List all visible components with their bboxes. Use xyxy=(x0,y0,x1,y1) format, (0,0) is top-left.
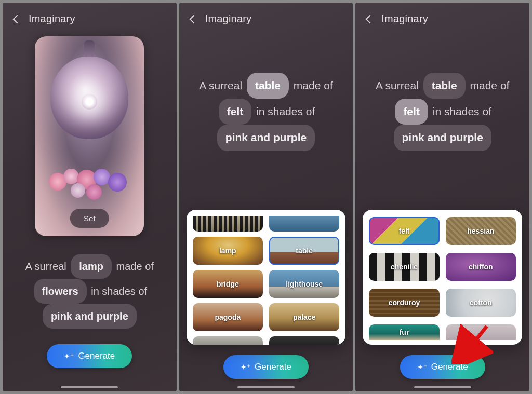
page-title: Imaginary xyxy=(205,13,252,25)
preview-art-flowers xyxy=(43,143,136,200)
preview-art-orb xyxy=(50,56,128,139)
generate-button[interactable]: ✦⁺ Generate xyxy=(223,355,309,379)
sparkle-icon: ✦⁺ xyxy=(417,363,427,371)
prompt-word: A surreal xyxy=(199,79,245,91)
home-indicator[interactable] xyxy=(414,386,471,388)
prompt-word: made of xyxy=(470,79,510,91)
generate-label: Generate xyxy=(78,351,115,361)
back-icon[interactable] xyxy=(13,15,22,23)
generate-button[interactable]: ✦⁺ Generate xyxy=(400,355,485,379)
page-title: Imaginary xyxy=(381,13,428,25)
chip-object[interactable]: table xyxy=(247,73,289,99)
material-picker-tray[interactable]: felt hessian chenille chiffon corduroy c… xyxy=(363,210,522,345)
option-tile-fur[interactable]: fur xyxy=(369,324,439,340)
prompt-text: A surreal lamp made of flowers in shades… xyxy=(12,254,167,329)
prompt-word: made of xyxy=(294,79,333,91)
chip-material[interactable]: felt xyxy=(395,99,428,125)
option-tile-lamp[interactable]: lamp xyxy=(193,237,263,265)
option-tile[interactable] xyxy=(446,324,516,340)
option-tile-chiffon[interactable]: chiffon xyxy=(446,253,516,281)
header: Imaginary xyxy=(12,13,167,25)
header: Imaginary xyxy=(189,13,344,25)
prompt-text: A surreal table made of felt in shades o… xyxy=(189,73,344,151)
object-picker-tray[interactable]: lamp table bridge lighthouse pagoda pala… xyxy=(187,210,346,345)
chip-material[interactable]: felt xyxy=(219,99,252,125)
sparkle-icon: ✦⁺ xyxy=(241,363,250,371)
back-icon[interactable] xyxy=(189,15,198,23)
chip-object[interactable]: table xyxy=(423,73,466,99)
prompt-word: A surreal xyxy=(376,79,422,91)
header: Imaginary xyxy=(365,13,520,25)
generate-button[interactable]: ✦⁺ Generate xyxy=(47,344,132,368)
set-button[interactable]: Set xyxy=(70,209,109,228)
back-icon[interactable] xyxy=(366,15,375,23)
option-tile[interactable] xyxy=(269,336,339,345)
chip-palette[interactable]: pink and purple xyxy=(394,125,491,151)
option-tile-palace[interactable]: palace xyxy=(269,303,339,331)
option-tile-cotton[interactable]: cotton xyxy=(446,289,516,317)
prompt-word: in shades of xyxy=(91,286,147,297)
page-title: Imaginary xyxy=(29,13,75,25)
chip-palette[interactable]: pink and purple xyxy=(43,304,137,329)
option-tile-hessian[interactable]: hessian xyxy=(446,217,516,245)
generate-label: Generate xyxy=(431,362,468,372)
chip-object[interactable]: lamp xyxy=(71,254,112,279)
chip-material[interactable]: flowers xyxy=(34,279,87,304)
option-tile[interactable] xyxy=(193,336,263,345)
prompt-word: in shades of xyxy=(256,105,315,117)
option-tile-lighthouse[interactable]: lighthouse xyxy=(269,270,339,298)
prompt-word: A surreal xyxy=(25,261,69,272)
prompt-word: in shades of xyxy=(433,105,491,117)
option-tile-felt[interactable]: felt xyxy=(369,217,439,245)
screen-preview: Imaginary Set A surreal lamp made of flo… xyxy=(3,3,177,391)
screen-material-picker: Imaginary A surreal table made of felt i… xyxy=(355,3,529,391)
prompt-text: A surreal table made of felt in shades o… xyxy=(365,73,520,151)
option-tile[interactable] xyxy=(193,216,263,232)
option-tile-pagoda[interactable]: pagoda xyxy=(193,303,263,331)
home-indicator[interactable] xyxy=(237,386,295,388)
sparkle-icon: ✦⁺ xyxy=(64,352,74,360)
chip-palette[interactable]: pink and purple xyxy=(217,125,315,151)
prompt-word: made of xyxy=(116,261,154,272)
option-tile-bridge[interactable]: bridge xyxy=(193,270,263,298)
option-tile-chenille[interactable]: chenille xyxy=(369,253,439,281)
option-tile-table[interactable]: table xyxy=(269,237,339,265)
home-indicator[interactable] xyxy=(61,386,118,388)
wallpaper-preview[interactable]: Set xyxy=(35,36,144,236)
generate-label: Generate xyxy=(255,362,291,372)
option-tile-corduroy[interactable]: corduroy xyxy=(369,289,439,317)
screen-object-picker: Imaginary A surreal table made of felt i… xyxy=(179,3,353,391)
option-tile[interactable] xyxy=(269,216,339,232)
